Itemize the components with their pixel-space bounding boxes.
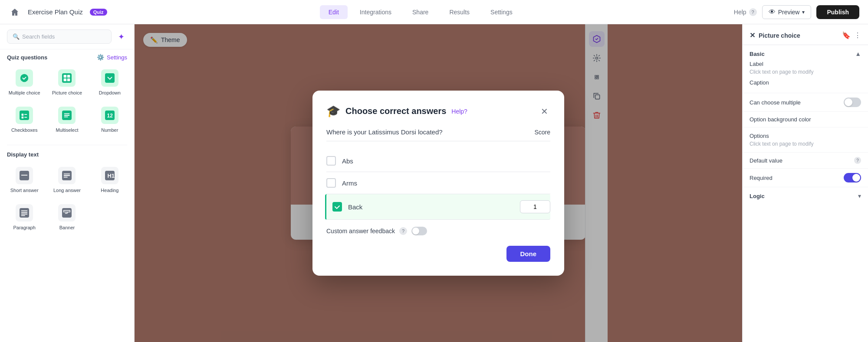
display-text-section: Display text	[0, 147, 134, 160]
field-picture-choice-label: Picture choice	[52, 90, 82, 95]
field-dropdown-label: Dropdown	[99, 90, 121, 95]
field-long-answer-label: Long answer	[53, 188, 81, 193]
required-toggle[interactable]	[844, 173, 861, 182]
field-checkboxes[interactable]: Checkboxes	[3, 101, 45, 138]
settings-link[interactable]: ⚙️ Settings	[97, 54, 127, 61]
field-long-answer[interactable]: Long answer	[46, 162, 88, 198]
home-button[interactable]	[9, 6, 21, 18]
modal-close-button[interactable]: ✕	[538, 105, 550, 117]
center-area: ✏️ Theme	[135, 24, 742, 342]
svg-rect-9	[22, 117, 24, 119]
field-multiple-choice[interactable]: Multiple choice	[3, 64, 45, 101]
collapse-icon[interactable]: ▲	[855, 50, 861, 57]
checkbox-arms[interactable]	[326, 178, 336, 188]
field-multiselect[interactable]: Multiselect	[46, 101, 88, 138]
tab-integrations[interactable]: Integrations	[351, 5, 400, 19]
default-value-row: Default value ?	[743, 153, 868, 169]
label-field-hint: Click text on page to modify	[750, 69, 861, 75]
display-text-label: Display text	[7, 151, 39, 158]
field-number[interactable]: 12 Number	[89, 101, 131, 138]
required-toggle-thumb	[852, 174, 860, 182]
modal-title: Choose correct answers	[345, 106, 446, 116]
logic-expand-icon[interactable]: ▾	[858, 192, 861, 199]
right-panel-icons: 🔖 ⋮	[842, 31, 861, 39]
svg-rect-5	[67, 78, 70, 81]
done-button[interactable]: Done	[506, 246, 551, 262]
required-row: Required	[743, 169, 868, 187]
toggle-thumb	[412, 228, 419, 235]
score-input-back[interactable]	[520, 200, 550, 213]
feedback-help-icon[interactable]: ?	[399, 227, 407, 235]
basic-section-header: Basic ▲	[750, 50, 861, 57]
modal-help-link[interactable]: Help?	[451, 108, 467, 115]
help-button[interactable]: Help ?	[734, 8, 757, 16]
field-grid: Multiple choice Picture choice Dropdown	[0, 62, 134, 143]
graduation-cap-icon: 🎓	[326, 104, 340, 118]
search-icon: 🔍	[13, 33, 20, 40]
option-bg-color-label: Option background color	[750, 116, 811, 123]
checkbox-back[interactable]	[332, 202, 342, 212]
banner-icon	[58, 204, 76, 221]
modal-score-label: Score	[534, 129, 550, 136]
quiz-questions-header: Quiz questions ⚙️ Settings	[0, 49, 134, 62]
field-multiple-choice-label: Multiple choice	[9, 90, 40, 95]
svg-rect-28	[62, 208, 72, 218]
can-choose-multiple-toggle[interactable]	[844, 98, 861, 107]
field-paragraph-label: Paragraph	[13, 225, 35, 230]
field-short-answer[interactable]: Short answer	[3, 162, 45, 198]
modal-title-group: 🎓 Choose correct answers Help?	[326, 104, 467, 118]
svg-rect-7	[20, 111, 29, 120]
caption-field: Caption	[750, 79, 861, 86]
answer-row-back: Back	[325, 194, 550, 220]
required-label: Required	[750, 175, 773, 181]
right-panel-header: ✕ Picture choice 🔖 ⋮	[743, 24, 868, 45]
nav-tabs: Edit Integrations Share Results Settings	[114, 5, 727, 19]
magic-icon[interactable]: ✦	[115, 31, 127, 43]
svg-rect-18	[64, 173, 70, 174]
field-banner[interactable]: Banner	[46, 199, 88, 235]
preview-chevron-icon: ▾	[802, 9, 805, 15]
quiz-questions-label: Quiz questions	[7, 54, 47, 61]
preview-label: Preview	[778, 9, 800, 16]
long-answer-icon	[58, 167, 76, 184]
svg-rect-24	[21, 211, 28, 212]
search-input[interactable]: 🔍 Search fields	[7, 29, 112, 44]
close-icon[interactable]: ✕	[750, 31, 755, 39]
search-bar: 🔍 Search fields ✦	[0, 24, 134, 49]
field-dropdown[interactable]: Dropdown	[89, 64, 131, 101]
field-paragraph[interactable]: Paragraph	[3, 199, 45, 235]
settings-icon: ⚙️	[97, 54, 104, 61]
settings-label: Settings	[107, 54, 127, 61]
svg-rect-26	[21, 214, 28, 215]
logic-section: Logic ▾	[743, 187, 868, 205]
logic-label: Logic	[750, 193, 765, 199]
checkbox-abs[interactable]	[326, 156, 336, 166]
tab-edit[interactable]: Edit	[320, 5, 348, 19]
bookmark-icon: 🔖	[842, 31, 851, 39]
custom-feedback-toggle[interactable]	[411, 227, 427, 235]
tab-results[interactable]: Results	[441, 5, 478, 19]
preview-button[interactable]: 👁 Preview ▾	[762, 5, 812, 19]
svg-rect-11	[24, 117, 27, 118]
short-answer-icon	[16, 167, 33, 184]
field-heading[interactable]: H1 Heading	[89, 162, 131, 198]
svg-rect-6	[105, 73, 115, 83]
answer-row-arms: Arms	[326, 172, 550, 194]
nav-right: Help ? 👁 Preview ▾ Publish	[734, 5, 859, 19]
answer-text-back: Back	[348, 203, 514, 211]
more-options-icon[interactable]: ⋮	[854, 31, 861, 39]
main-layout: 🔍 Search fields ✦ Quiz questions ⚙️ Sett…	[0, 24, 868, 342]
right-panel: ✕ Picture choice 🔖 ⋮ Basic ▲ Label Click…	[742, 24, 868, 342]
paragraph-icon	[16, 204, 33, 221]
publish-button[interactable]: Publish	[816, 5, 859, 19]
field-picture-choice[interactable]: Picture choice	[46, 64, 88, 101]
basic-section-title: Basic	[750, 51, 765, 57]
tab-share[interactable]: Share	[404, 5, 437, 19]
modal-question-row: Where is your Latissimus Dorsi located? …	[326, 128, 550, 141]
tab-settings[interactable]: Settings	[482, 5, 521, 19]
heading-icon: H1	[101, 167, 118, 184]
picture-choice-icon	[58, 69, 76, 87]
multiple-choice-icon	[16, 69, 33, 87]
svg-rect-3	[67, 75, 70, 78]
default-value-help-icon[interactable]: ?	[854, 157, 861, 164]
